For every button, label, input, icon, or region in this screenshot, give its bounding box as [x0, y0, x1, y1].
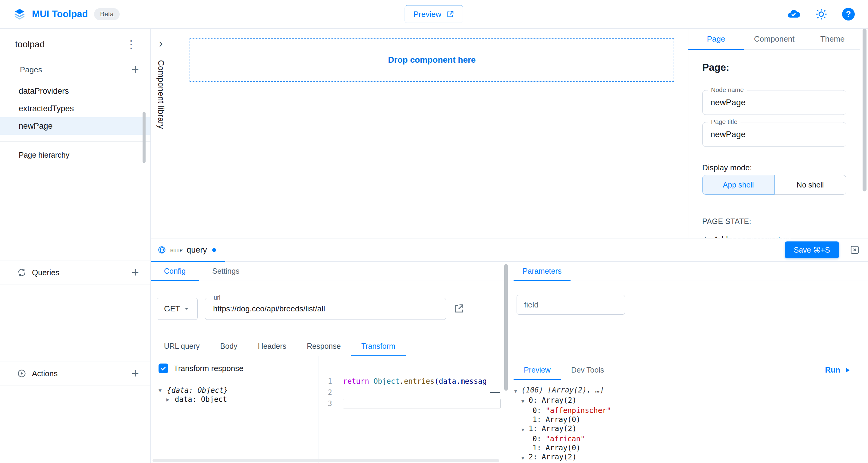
json-expander-icon[interactable]: ▼	[521, 453, 529, 463]
brand-title: MUI Toolpad	[32, 9, 88, 20]
tab-preview[interactable]: Preview	[514, 360, 561, 380]
mui-logo-icon	[13, 8, 26, 21]
json-row: 1: Array(0)	[514, 443, 868, 453]
sidebar-item-dataproviders[interactable]: dataProviders	[0, 82, 150, 100]
tab-response[interactable]: Response	[297, 336, 351, 356]
brand: MUI Toolpad Beta	[13, 8, 120, 21]
tree-root-label: {data: Object}	[167, 386, 228, 395]
inspector-body: Page: Node name Page title Display mode:…	[688, 62, 868, 238]
add-page-parameters-label: Add page parameters	[713, 235, 792, 239]
tab-config[interactable]: Config	[151, 261, 199, 281]
page-hierarchy-section: Page hierarchy	[0, 142, 150, 159]
save-button[interactable]: Save ⌘+S	[785, 242, 839, 258]
add-page-parameters[interactable]: + Add page parameters	[702, 234, 846, 238]
url-field: url	[205, 298, 446, 320]
play-icon	[844, 367, 851, 374]
unsaved-dot	[212, 248, 216, 252]
page-state-label: PAGE STATE:	[702, 217, 846, 226]
tab-body[interactable]: Body	[210, 336, 248, 356]
close-icon	[849, 244, 860, 255]
option-app-shell[interactable]: App shell	[702, 175, 775, 195]
params-body	[509, 281, 868, 360]
queries-icon	[17, 268, 27, 277]
url-input[interactable]	[205, 298, 446, 319]
inspector-scrollbar[interactable]	[863, 29, 867, 191]
query-editor-hscrollbar[interactable]	[153, 459, 499, 462]
sidebar-item-extractedtypes[interactable]: extractedTypes	[0, 100, 150, 117]
tab-page[interactable]: Page	[688, 29, 744, 50]
tab-url-query[interactable]: URL query	[154, 336, 210, 356]
method-value: GET	[164, 304, 180, 313]
inspector-panel: Page Component Theme Page: Node name Pag…	[688, 29, 868, 238]
node-name-label: Node name	[708, 86, 747, 93]
option-no-shell[interactable]: No shell	[775, 175, 846, 195]
current-line-highlight	[343, 399, 501, 408]
json-row: 0: "african"	[514, 434, 868, 443]
page-title-label: Page title	[708, 118, 741, 125]
tab-component[interactable]: Component	[744, 29, 805, 50]
json-row[interactable]: ▼2: Array(2)	[514, 453, 868, 463]
query-editor: Config Settings GET url	[151, 261, 509, 463]
theme-toggle-icon[interactable]	[815, 8, 828, 21]
json-expander-icon[interactable]: ▼	[514, 385, 521, 396]
tree-node-data[interactable]: ▶ data: Object	[158, 395, 318, 404]
add-action-button[interactable]: +	[131, 367, 139, 380]
tab-parameters[interactable]: Parameters	[514, 261, 570, 281]
pages-scrollbar[interactable]	[143, 112, 146, 163]
param-field-input[interactable]	[517, 295, 625, 314]
code-text: return Object.entries(data.messag	[343, 377, 487, 385]
expander-down-icon: ▼	[158, 386, 165, 395]
run-button[interactable]: Run	[825, 360, 851, 380]
transform-checkbox-label: Transform response	[174, 364, 244, 373]
editor-scroll-handle[interactable]	[490, 392, 500, 393]
appbar: MUI Toolpad Beta Preview ?	[0, 0, 868, 29]
tab-transform[interactable]: Transform	[351, 336, 406, 356]
result-tabs: Preview Dev Tools Run	[509, 360, 868, 380]
help-icon[interactable]: ?	[842, 8, 855, 21]
node-name-field: Node name	[702, 90, 846, 115]
tree-node-root[interactable]: ▼ {data: Object}	[158, 386, 318, 395]
json-row[interactable]: ▼0: Array(2)	[514, 396, 868, 406]
query-editor-scrollbar[interactable]	[504, 264, 508, 391]
beta-badge: Beta	[94, 8, 120, 20]
code-editor[interactable]: 1 return Object.entries(data.messag 2 3	[319, 356, 509, 463]
line-number: 3	[319, 399, 343, 408]
project-menu-icon[interactable]: ⋮	[123, 38, 140, 51]
page-heading: Page:	[702, 62, 846, 73]
sidebar-item-newpage[interactable]: newPage	[0, 117, 150, 135]
queries-label: Queries	[32, 268, 126, 277]
url-open-button[interactable]	[453, 303, 465, 314]
param-field	[517, 295, 625, 315]
tab-settings[interactable]: Settings	[199, 261, 253, 281]
page-title-input[interactable]	[703, 122, 846, 147]
preview-button[interactable]: Preview	[405, 5, 463, 23]
params-tabs: Parameters	[509, 261, 868, 281]
transform-tree-pane: Transform response ▼ {data: Object} ▶	[151, 356, 319, 463]
drop-zone-label: Drop component here	[388, 55, 476, 65]
json-row[interactable]: ▼1: Array(2)	[514, 424, 868, 434]
tab-devtools[interactable]: Dev Tools	[561, 360, 614, 380]
json-expander-icon[interactable]: ▼	[521, 424, 529, 434]
method-select[interactable]: GET	[157, 298, 198, 320]
node-name-input[interactable]	[703, 90, 846, 115]
editor-top-row: › Component library Drop component here …	[151, 29, 868, 238]
drop-zone[interactable]: Drop component here	[190, 38, 674, 82]
json-expander-icon[interactable]: ▼	[521, 396, 529, 406]
tree-data-label: data: Object	[175, 395, 227, 404]
external-link-icon	[446, 10, 455, 19]
tab-headers[interactable]: Headers	[248, 336, 297, 356]
transform-checkbox[interactable]	[158, 364, 168, 373]
project-row: toolpad ⋮	[0, 29, 150, 60]
query-tab[interactable]: HTTP query	[151, 239, 225, 261]
cloud-sync-icon[interactable]	[786, 7, 801, 21]
add-query-button[interactable]: +	[131, 266, 139, 279]
display-mode-toggle: App shell No shell	[702, 175, 846, 195]
close-panel-button[interactable]	[849, 244, 860, 255]
http-badge: HTTP	[170, 247, 183, 253]
line-number: 1	[319, 377, 343, 385]
json-row[interactable]: ▼(106) [Array(2), …]	[514, 385, 868, 396]
component-library-strip[interactable]: › Component library	[151, 29, 171, 238]
transform-checkbox-row[interactable]: Transform response	[158, 364, 318, 373]
tab-theme[interactable]: Theme	[805, 29, 860, 50]
add-page-button[interactable]: +	[131, 63, 139, 76]
